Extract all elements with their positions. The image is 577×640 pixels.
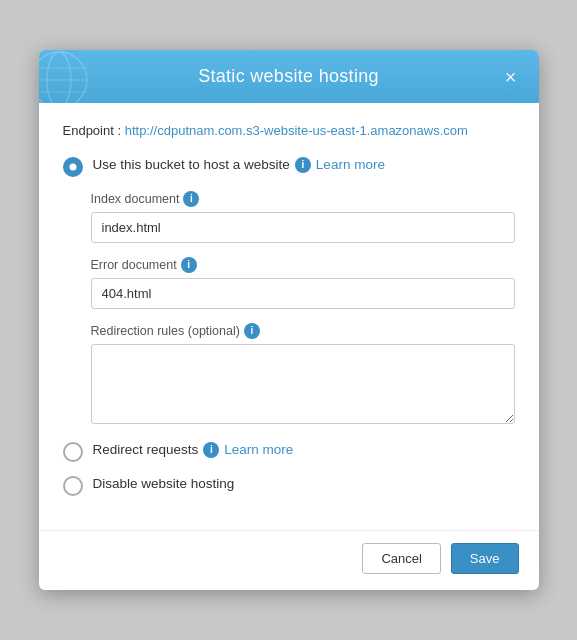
use-bucket-learn-more[interactable]: Learn more bbox=[316, 157, 385, 172]
close-button[interactable]: × bbox=[499, 65, 523, 89]
modal-overlay: Static website hosting × Endpoint : http… bbox=[0, 0, 577, 640]
redirect-learn-more[interactable]: Learn more bbox=[224, 442, 293, 457]
save-button[interactable]: Save bbox=[451, 543, 519, 574]
modal-title: Static website hosting bbox=[198, 66, 379, 87]
index-info-icon[interactable]: i bbox=[183, 191, 199, 207]
disable-option: Disable website hosting bbox=[63, 476, 515, 496]
redirect-rules-group: Redirection rules (optional) i bbox=[91, 323, 515, 428]
modal-body: Endpoint : http://cdputnam.com.s3-websit… bbox=[39, 103, 539, 526]
use-bucket-option: Use this bucket to host a website i Lear… bbox=[63, 157, 515, 177]
use-bucket-radio[interactable] bbox=[63, 157, 83, 177]
error-document-group: Error document i bbox=[91, 257, 515, 309]
index-document-label: Index document i bbox=[91, 191, 515, 207]
redirect-option: Redirect requests i Learn more bbox=[63, 442, 515, 462]
redirect-radio[interactable] bbox=[63, 442, 83, 462]
index-document-input[interactable] bbox=[91, 212, 515, 243]
redirect-rules-info-icon[interactable]: i bbox=[244, 323, 260, 339]
use-bucket-label[interactable]: Use this bucket to host a website i Lear… bbox=[93, 157, 385, 173]
globe-decoration bbox=[39, 50, 119, 103]
modal-header: Static website hosting × bbox=[39, 50, 539, 103]
disable-radio[interactable] bbox=[63, 476, 83, 496]
modal: Static website hosting × Endpoint : http… bbox=[39, 50, 539, 590]
error-info-icon[interactable]: i bbox=[181, 257, 197, 273]
svg-point-1 bbox=[47, 52, 71, 103]
redirect-label[interactable]: Redirect requests i Learn more bbox=[93, 442, 294, 458]
redirect-info-icon[interactable]: i bbox=[203, 442, 219, 458]
redirect-rules-textarea[interactable] bbox=[91, 344, 515, 424]
cancel-button[interactable]: Cancel bbox=[362, 543, 440, 574]
index-document-group: Index document i bbox=[91, 191, 515, 243]
endpoint-url[interactable]: http://cdputnam.com.s3-website-us-east-1… bbox=[125, 123, 468, 138]
disable-label[interactable]: Disable website hosting bbox=[93, 476, 235, 491]
redirect-rules-label: Redirection rules (optional) i bbox=[91, 323, 515, 339]
error-document-label: Error document i bbox=[91, 257, 515, 273]
use-bucket-info-icon[interactable]: i bbox=[295, 157, 311, 173]
endpoint-row: Endpoint : http://cdputnam.com.s3-websit… bbox=[63, 121, 515, 141]
endpoint-label: Endpoint : bbox=[63, 123, 122, 138]
modal-footer: Cancel Save bbox=[39, 530, 539, 590]
svg-point-0 bbox=[39, 52, 87, 103]
error-document-input[interactable] bbox=[91, 278, 515, 309]
